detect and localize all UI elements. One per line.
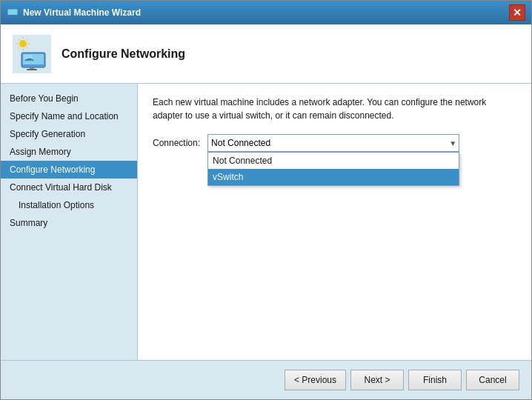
header-area: Configure Networking	[1, 24, 531, 84]
content-area: Each new virtual machine includes a netw…	[138, 84, 531, 360]
header-title: Configure Networking	[61, 47, 185, 61]
svg-rect-1	[8, 10, 17, 15]
close-button[interactable]: ✕	[509, 4, 525, 21]
header-icon	[13, 35, 51, 73]
sidebar-item-specify-name[interactable]: Specify Name and Location	[1, 107, 137, 125]
svg-line-10	[27, 39, 27, 40]
sidebar: Before You Begin Specify Name and Locati…	[1, 84, 138, 360]
sidebar-item-before-you-begin[interactable]: Before You Begin	[1, 90, 137, 107]
connection-dropdown[interactable]: Not Connected vSwitch	[207, 134, 459, 152]
wizard-titlebar-icon	[7, 7, 19, 19]
svg-line-9	[27, 47, 27, 48]
content-description: Each new virtual machine includes a netw…	[153, 96, 516, 122]
svg-line-8	[19, 39, 19, 40]
dropdown-popup[interactable]: Not Connected vSwitch	[207, 152, 459, 186]
connection-row: Connection: Not Connected vSwitch ▼ Not …	[153, 134, 516, 152]
dropdown-option-not-connected[interactable]: Not Connected	[208, 153, 459, 169]
footer: < Previous Next > Finish Cancel	[1, 360, 531, 399]
sidebar-item-connect-virtual-hard-disk[interactable]: Connect Virtual Hard Disk	[1, 179, 137, 196]
sidebar-item-configure-networking[interactable]: Configure Networking	[1, 161, 137, 179]
sidebar-item-summary[interactable]: Summary	[1, 214, 137, 232]
wizard-window: New Virtual Machine Wizard ✕	[0, 0, 532, 400]
svg-point-3	[19, 40, 27, 47]
previous-button[interactable]: < Previous	[285, 370, 346, 390]
dropdown-option-vswitch[interactable]: vSwitch	[208, 169, 459, 185]
connection-label: Connection:	[153, 138, 200, 148]
svg-rect-2	[7, 15, 18, 16]
connection-dropdown-container: Not Connected vSwitch ▼ Not Connected vS…	[207, 134, 459, 152]
finish-button[interactable]: Finish	[408, 370, 462, 390]
title-bar: New Virtual Machine Wizard ✕	[1, 1, 531, 24]
next-button[interactable]: Next >	[350, 370, 404, 390]
svg-line-11	[19, 47, 19, 48]
sidebar-item-installation-options[interactable]: Installation Options	[1, 196, 137, 214]
sidebar-item-specify-generation[interactable]: Specify Generation	[1, 125, 137, 143]
sidebar-item-assign-memory[interactable]: Assign Memory	[1, 143, 137, 161]
title-bar-left: New Virtual Machine Wizard	[7, 7, 141, 19]
cancel-button[interactable]: Cancel	[466, 370, 519, 390]
main-content: Before You Begin Specify Name and Locati…	[1, 84, 531, 360]
svg-rect-16	[27, 69, 37, 70]
window-body: Configure Networking Before You Begin Sp…	[1, 24, 531, 399]
window-title: New Virtual Machine Wizard	[23, 7, 141, 18]
